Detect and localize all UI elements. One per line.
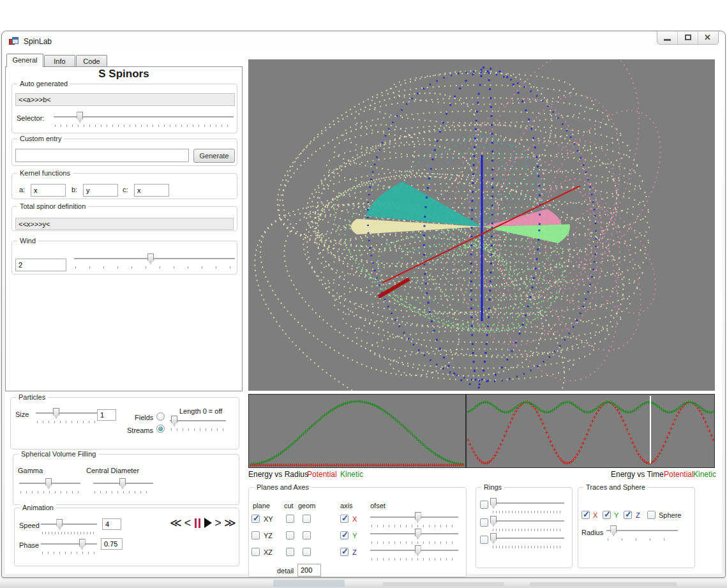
speed-slider[interactable]: [40, 518, 98, 535]
detail-input[interactable]: [297, 564, 321, 577]
ring-2-slider[interactable]: [490, 515, 566, 532]
skip-end-button[interactable]: ≫: [224, 517, 236, 529]
central-diameter-slider[interactable]: [92, 478, 154, 494]
geom-xy-checkbox[interactable]: [303, 515, 311, 523]
tab-general[interactable]: General: [6, 54, 43, 67]
close-button[interactable]: ✕: [698, 31, 718, 44]
phase-slider[interactable]: [40, 538, 98, 555]
total-spinor-label: Total spinor definition: [17, 202, 88, 210]
ring-3-checkbox[interactable]: [480, 536, 488, 544]
speed-input[interactable]: [102, 518, 121, 530]
plane-xy-checkbox[interactable]: [251, 515, 260, 523]
kernel-functions-label: Kernel functions: [17, 169, 73, 177]
app-icon: [9, 37, 19, 47]
fields-label: Fields: [135, 414, 153, 421]
slider-thumb[interactable]: [53, 408, 59, 419]
ring-3-slider[interactable]: [490, 532, 566, 549]
plane-yz-checkbox[interactable]: [251, 531, 260, 539]
slider-thumb[interactable]: [415, 545, 421, 556]
gamma-slider[interactable]: [18, 478, 82, 494]
slider-track: [606, 530, 678, 531]
trace-z-checkbox[interactable]: [624, 511, 632, 519]
slider-thumb[interactable]: [119, 478, 126, 489]
slider-thumb[interactable]: [45, 478, 52, 489]
slider-thumb[interactable]: [490, 533, 497, 544]
slider-ticks: [20, 491, 79, 494]
slider-thumb[interactable]: [490, 498, 497, 509]
minimize-button[interactable]: [657, 31, 678, 44]
ofset-x-slider[interactable]: [369, 511, 460, 528]
tab-info[interactable]: Info: [44, 55, 75, 67]
auto-generated-label: Auto generated: [17, 80, 70, 87]
close-icon: ✕: [704, 33, 711, 42]
custom-entry-input[interactable]: [15, 149, 189, 162]
slider-thumb[interactable]: [77, 112, 83, 123]
ring-1-slider[interactable]: [490, 497, 566, 514]
slider-ticks: [371, 558, 457, 561]
slider-thumb[interactable]: [490, 516, 497, 527]
custom-entry-label: Custom entry: [17, 135, 64, 142]
slider-ticks: [94, 491, 152, 494]
plane-xz-checkbox[interactable]: [251, 548, 260, 556]
trace-x-checkbox[interactable]: [581, 511, 590, 519]
geom-yz-checkbox[interactable]: [303, 531, 311, 539]
col-cut: cut: [284, 502, 294, 509]
geom-xz-checkbox[interactable]: [303, 548, 311, 556]
total-spinor-value[interactable]: <<x>>>y<: [15, 218, 234, 230]
auto-generated-value[interactable]: <<a>>>b<: [15, 93, 235, 106]
taskbar-item: [530, 582, 677, 586]
step-forward-button[interactable]: >: [214, 517, 221, 529]
slider-thumb[interactable]: [415, 529, 421, 539]
play-button[interactable]: [204, 518, 212, 528]
slider-ticks: [42, 552, 96, 554]
skip-start-button[interactable]: ≪: [170, 517, 182, 529]
energy-vs-radius-plot: [248, 394, 466, 468]
cut-xz-checkbox[interactable]: [286, 548, 294, 556]
slider-thumb[interactable]: [79, 539, 86, 550]
generate-button[interactable]: Generate: [193, 149, 235, 163]
slider-thumb[interactable]: [610, 525, 617, 536]
step-back-button[interactable]: <: [184, 517, 191, 529]
ring-1-checkbox[interactable]: [480, 501, 488, 509]
kernel-a-input[interactable]: [31, 184, 66, 197]
slider-thumb[interactable]: [56, 519, 63, 530]
axis-z-checkbox[interactable]: [340, 548, 349, 556]
traces-sphere-label: Traces and Sphere: [583, 483, 648, 491]
wind-input[interactable]: [15, 259, 66, 271]
length-slider[interactable]: [169, 415, 227, 432]
slider-thumb[interactable]: [415, 512, 421, 523]
kernel-b-label: b:: [71, 186, 77, 193]
tab-code[interactable]: Code: [76, 55, 107, 67]
fields-radio[interactable]: [156, 412, 165, 421]
wind-slider[interactable]: [73, 253, 236, 269]
animation-label: Animation: [20, 504, 56, 511]
cut-xy-checkbox[interactable]: [286, 515, 294, 523]
slider-ticks: [75, 266, 234, 269]
kernel-c-input[interactable]: [134, 184, 169, 197]
phase-input[interactable]: [101, 538, 123, 550]
radius-slider[interactable]: [605, 525, 679, 541]
sphere-checkbox[interactable]: [647, 511, 656, 519]
trace-y-checkbox[interactable]: [603, 511, 611, 519]
slider-ticks: [171, 428, 225, 431]
ofset-y-slider[interactable]: [369, 528, 460, 545]
pause-button[interactable]: [193, 518, 202, 528]
planes-axes-label: Planes and Axes: [254, 483, 311, 491]
axis-y-checkbox[interactable]: [340, 531, 349, 539]
cut-yz-checkbox[interactable]: [286, 531, 294, 539]
streams-radio[interactable]: [156, 425, 165, 433]
ofset-z-slider[interactable]: [369, 545, 460, 561]
selector-label: Selector:: [17, 114, 44, 122]
spinor-3d-viewport[interactable]: [248, 59, 715, 391]
selector-slider[interactable]: [52, 111, 235, 128]
kernel-b-input[interactable]: [83, 184, 118, 197]
axis-x-checkbox[interactable]: [340, 515, 349, 523]
slider-track: [370, 550, 458, 551]
restore-button[interactable]: [678, 31, 698, 44]
slider-track: [41, 543, 97, 545]
size-slider[interactable]: [34, 407, 98, 424]
slider-thumb[interactable]: [147, 253, 154, 264]
size-input[interactable]: [97, 409, 116, 421]
slider-thumb[interactable]: [171, 416, 177, 426]
ring-2-checkbox[interactable]: [480, 518, 488, 527]
